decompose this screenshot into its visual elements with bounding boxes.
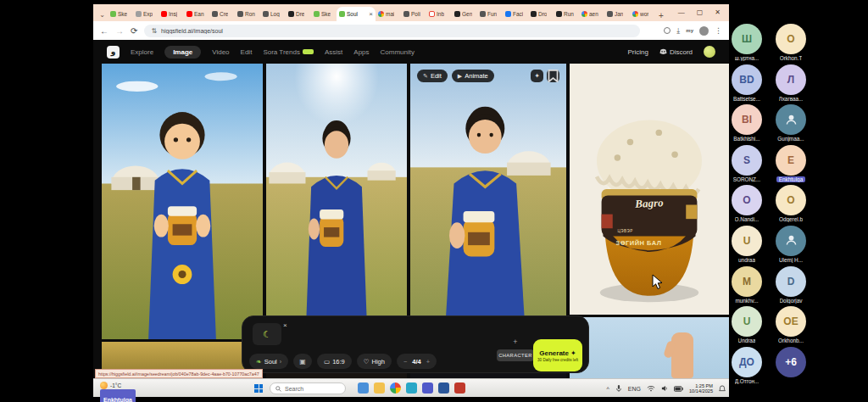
browser-tab[interactable]: Dre bbox=[286, 7, 311, 21]
tab-search-chevron-icon[interactable]: ⌄ bbox=[97, 8, 108, 21]
site-nav-item[interactable]: Video bbox=[212, 48, 229, 56]
participant[interactable]: BI Batkhishi... bbox=[725, 104, 769, 145]
participant[interactable]: OE Orkhonb... bbox=[769, 306, 813, 347]
participant[interactable]: Ш ш.уртна... bbox=[725, 24, 769, 64]
download-icon[interactable]: ⤓ bbox=[676, 26, 680, 36]
tray-chevron-icon[interactable]: ^ bbox=[607, 386, 609, 392]
extension-icon[interactable] bbox=[664, 27, 670, 34]
taskbar-app-chrome[interactable] bbox=[390, 382, 401, 394]
window-maximize-icon[interactable]: ▢ bbox=[697, 8, 704, 16]
participant[interactable]: O O.Nandi... bbox=[725, 185, 769, 226]
browser-tab[interactable]: Faci bbox=[503, 7, 528, 21]
participant[interactable]: E Enkhtulga bbox=[769, 145, 813, 186]
add-character-button[interactable]: + CHARACTER bbox=[497, 338, 534, 361]
start-button[interactable] bbox=[254, 384, 263, 393]
participant[interactable]: Ulemj H... bbox=[769, 226, 813, 266]
site-nav-item[interactable]: Image bbox=[164, 46, 201, 59]
result-image-photo-wide[interactable] bbox=[266, 64, 407, 339]
browser-tab[interactable]: Run bbox=[554, 7, 579, 21]
forward-icon[interactable]: → bbox=[115, 26, 124, 36]
taskbar-app-teams[interactable] bbox=[422, 382, 433, 394]
browser-tab[interactable]: Exp bbox=[133, 7, 159, 21]
model-selector[interactable]: ❧ Soul › bbox=[249, 354, 288, 369]
result-image-product-jar[interactable]: Bagro ЦЭВЭР ЗӨГИЙН БАЛ bbox=[570, 64, 729, 315]
browser-menu-icon[interactable]: ⋮ bbox=[715, 26, 722, 35]
site-nav-item[interactable]: Apps bbox=[353, 48, 369, 56]
reference-image-tile[interactable]: ☾ bbox=[253, 323, 281, 345]
result-image-cartoon[interactable] bbox=[102, 64, 263, 339]
browser-tab[interactable]: wor bbox=[630, 7, 655, 21]
thumbnail-hand[interactable] bbox=[570, 317, 729, 378]
site-nav-item[interactable]: Assist bbox=[325, 48, 342, 56]
participant[interactable]: BD Battsetse... bbox=[725, 64, 769, 105]
browser-tab[interactable]: mai bbox=[376, 7, 401, 21]
plus-icon[interactable]: + bbox=[426, 358, 430, 366]
taskbar-app-edge[interactable] bbox=[406, 382, 417, 394]
taskbar-app-word[interactable] bbox=[438, 382, 449, 394]
address-bar[interactable]: ⇅ higgsfield.ai/image/soul bbox=[144, 25, 640, 37]
participant[interactable]: O Orkhon.T bbox=[769, 24, 813, 64]
back-icon[interactable]: ← bbox=[100, 26, 108, 36]
participant[interactable]: D Dolgorjav bbox=[769, 266, 813, 307]
taskbar-clock[interactable]: 1:25 PM 10/14/2025 bbox=[689, 383, 713, 394]
participant[interactable]: U Undraa bbox=[725, 306, 769, 347]
reload-icon[interactable]: ⟳ bbox=[131, 26, 137, 36]
battery-icon[interactable] bbox=[674, 386, 683, 392]
browser-tab[interactable]: Poli bbox=[401, 7, 426, 21]
frame-button[interactable]: ▣ bbox=[293, 354, 312, 369]
quality-selector[interactable]: ♡ High bbox=[357, 354, 392, 369]
browser-tab[interactable]: Cre bbox=[209, 7, 235, 21]
discord-link[interactable]: Discord bbox=[659, 48, 693, 56]
participant[interactable]: ДО Д.Отгон... bbox=[725, 347, 769, 388]
participant[interactable]: O Odgerel.b bbox=[769, 185, 813, 226]
window-minimize-icon[interactable]: — bbox=[678, 8, 685, 16]
tab-close-icon[interactable]: × bbox=[369, 12, 373, 17]
site-nav-item[interactable]: Sora Trends bbox=[263, 48, 314, 56]
animate-button[interactable]: ▶ Animate bbox=[452, 70, 494, 82]
site-nav-item[interactable]: Community bbox=[381, 48, 415, 56]
taskbar-app-snip[interactable] bbox=[454, 382, 465, 394]
wifi-icon[interactable] bbox=[647, 385, 655, 392]
browser-tab[interactable]: Ske bbox=[311, 7, 337, 21]
browser-tab[interactable]: Soul × bbox=[337, 7, 376, 21]
site-nav-item[interactable]: Edit bbox=[241, 48, 253, 56]
browser-tab[interactable]: Ean bbox=[184, 7, 209, 21]
taskbar-app-photos[interactable] bbox=[358, 382, 369, 394]
bookmark-button[interactable] bbox=[547, 70, 559, 82]
browser-tab[interactable]: Log bbox=[260, 7, 286, 21]
browser-tab[interactable]: aen bbox=[579, 7, 604, 21]
participant[interactable]: S SORONZ... bbox=[725, 145, 769, 186]
language-indicator[interactable]: ENG bbox=[628, 386, 641, 392]
pinned-extension-icon[interactable]: my bbox=[686, 28, 693, 33]
generate-button[interactable]: Generate ✦ 30 Daily free credits left bbox=[533, 339, 582, 371]
participant[interactable]: Gunjmaa... bbox=[769, 104, 813, 145]
tile-close-icon[interactable]: × bbox=[283, 321, 287, 329]
taskbar-app-explorer[interactable] bbox=[374, 382, 385, 394]
participant[interactable]: +6 bbox=[769, 347, 813, 388]
image-count-stepper[interactable]: − 4/4 + bbox=[397, 354, 437, 369]
account-avatar[interactable] bbox=[704, 46, 715, 58]
microphone-icon[interactable] bbox=[615, 384, 622, 393]
browser-tab[interactable]: Jan bbox=[604, 7, 630, 21]
edit-button[interactable]: ✎ Edit bbox=[417, 70, 448, 82]
higgsfield-logo[interactable]: ﻭ bbox=[107, 46, 120, 59]
browser-tab[interactable]: Insj bbox=[159, 7, 184, 21]
participant[interactable]: M munkhv... bbox=[725, 266, 769, 307]
enhance-button[interactable]: ✦ bbox=[531, 70, 543, 82]
site-info-icon[interactable]: ⇅ bbox=[151, 27, 157, 35]
browser-profile-avatar[interactable] bbox=[699, 26, 709, 36]
pricing-link[interactable]: Pricing bbox=[627, 48, 648, 56]
participant[interactable]: U undraa bbox=[725, 226, 769, 266]
browser-tab[interactable]: Ron bbox=[235, 7, 260, 21]
browser-tab[interactable]: Fun bbox=[477, 7, 503, 21]
browser-tab[interactable]: Dro bbox=[528, 7, 554, 21]
participant[interactable]: Л Лхагваа... bbox=[769, 64, 813, 105]
browser-tab[interactable]: Ske bbox=[108, 7, 133, 21]
browser-tab[interactable]: Gen bbox=[452, 7, 477, 21]
site-nav-item[interactable]: Explore bbox=[131, 48, 153, 56]
window-close-icon[interactable]: ✕ bbox=[715, 8, 721, 16]
taskbar-search[interactable]: Search bbox=[270, 382, 346, 394]
result-image-photo-close[interactable]: ✎ Edit ▶ Animate ✦ bbox=[410, 64, 566, 339]
minus-icon[interactable]: − bbox=[403, 358, 407, 366]
weather-widget[interactable]: -1°C bbox=[100, 382, 121, 389]
